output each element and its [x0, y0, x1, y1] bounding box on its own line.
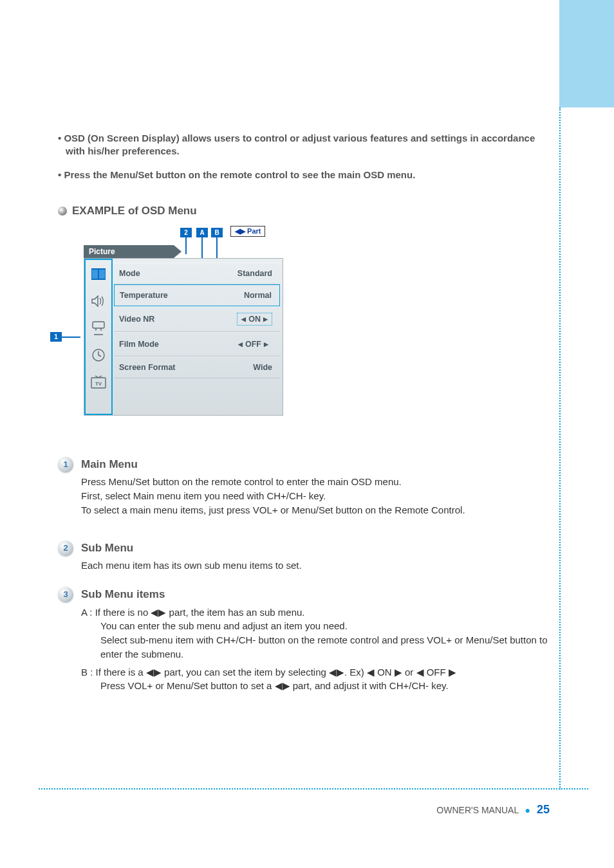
- left-arrow-icon: ◀: [238, 341, 243, 347]
- footer-label: OWNER'S MANUAL: [436, 805, 518, 815]
- right-arrow-icon: ▶: [263, 316, 268, 322]
- intro-line-2: Press the Menu/Set button on the remote …: [58, 169, 554, 181]
- bottom-dotted-rule: [39, 788, 588, 790]
- osd-row-label: Mode: [119, 269, 140, 278]
- example-title: EXAMPLE of OSD Menu: [72, 205, 197, 217]
- page-content: OSD (On Screen Display) allows users to …: [58, 132, 554, 693]
- footer-dot-icon: ●: [521, 805, 534, 815]
- svg-text:TV: TV: [95, 381, 102, 387]
- osd-row-label: Film Mode: [119, 340, 159, 349]
- arrow-value: ◀OFF▶: [234, 338, 272, 350]
- callout-2: 2: [180, 228, 192, 237]
- section-body: Sub MenuEach menu item has its own sub m…: [81, 540, 302, 573]
- osd-row-temperature: TemperatureNormal: [114, 284, 280, 306]
- right-arrow-icon: ▶: [264, 341, 268, 347]
- osd-row-value: Wide: [253, 363, 272, 372]
- osd-row-label: Screen Format: [119, 363, 176, 372]
- section-line: Press Menu/Set button on the remote cont…: [81, 475, 465, 489]
- osd-row-video-nr: Video NR◀ON▶: [114, 306, 280, 332]
- osd-diagram: 1 2 A B ◀▶ Part Picture: [84, 229, 393, 429]
- connector: [185, 237, 187, 254]
- section-line: First, select Main menu item you need wi…: [81, 489, 465, 503]
- section-1: 1Main MenuPress Menu/Set button on the r…: [58, 457, 554, 517]
- callout-b: B: [211, 228, 223, 237]
- osd-row-screen-format: Screen FormatWide: [114, 356, 280, 378]
- osd-tab-picture: Picture: [84, 245, 174, 258]
- time-icon: [89, 346, 108, 364]
- section-title: Sub Menu items: [81, 587, 554, 603]
- part-label: ◀▶ Part: [230, 226, 265, 237]
- tv-icon: TV: [89, 373, 108, 391]
- osd-row-value: ◀OFF▶: [234, 338, 272, 350]
- bullet-sphere-icon: [58, 207, 67, 216]
- callout-a: A: [196, 228, 208, 237]
- section-body: Main MenuPress Menu/Set button on the re…: [81, 457, 465, 517]
- sub-item-a: A : If there is no ◀▶ part, the item has…: [81, 605, 554, 620]
- left-arrow-icon: ◀: [241, 316, 246, 322]
- callout-1: 1: [50, 332, 62, 342]
- sub-item-a-line: Select sub-menu item with CH+/CH- button…: [81, 633, 554, 661]
- osd-row-value: Normal: [244, 291, 272, 300]
- osd-menu-list: ModeStandardTemperatureNormalVideo NR◀ON…: [114, 263, 280, 378]
- osd-row-value: Standard: [237, 269, 272, 278]
- intro-line-1: OSD (On Screen Display) allows users to …: [58, 132, 554, 158]
- osd-row-label: Temperature: [120, 291, 168, 300]
- section-badge: 3: [58, 587, 73, 602]
- sub-item-b: B : If there is a ◀▶ part, you can set t…: [81, 665, 554, 679]
- osd-row-value: ◀ON▶: [237, 313, 272, 326]
- section-body: Sub Menu itemsA : If there is no ◀▶ part…: [81, 587, 554, 693]
- osd-row-mode: ModeStandard: [114, 263, 280, 284]
- header-accent: [559, 0, 614, 107]
- page-footer: OWNER'S MANUAL ● 25: [436, 803, 550, 817]
- setup-icon: [89, 319, 108, 337]
- osd-row-film-mode: Film Mode◀OFF▶: [114, 332, 280, 356]
- osd-icon-column: TV: [84, 259, 113, 415]
- page-number: 25: [537, 803, 550, 816]
- value-text: ON: [248, 315, 261, 324]
- section-title: Sub Menu: [81, 540, 302, 557]
- value-text: OFF: [245, 340, 261, 349]
- svg-rect-0: [93, 322, 104, 328]
- section-2: 2Sub MenuEach menu item has its own sub …: [58, 540, 554, 573]
- osd-panel: TV ModeStandardTemperatureNormalVideo NR…: [84, 258, 283, 416]
- sub-item-b-line: Press VOL+ or Menu/Set button to set a ◀…: [81, 679, 554, 693]
- example-header: EXAMPLE of OSD Menu: [58, 205, 554, 217]
- section-3: 3Sub Menu itemsA : If there is no ◀▶ par…: [58, 587, 554, 693]
- sub-item-a-line: You can enter the sub menu and adjust an…: [81, 619, 554, 633]
- section-line: To select a main menu items, just press …: [81, 503, 465, 517]
- right-dotted-rule: [559, 107, 561, 790]
- section-badge: 1: [58, 457, 73, 472]
- sound-icon: [89, 292, 108, 310]
- osd-row-label: Video NR: [119, 315, 154, 324]
- section-badge: 2: [58, 540, 73, 556]
- section-title: Main Menu: [81, 457, 465, 473]
- section-line: Each menu item has its own sub menu item…: [81, 559, 302, 573]
- arrow-value: ◀ON▶: [237, 313, 272, 326]
- picture-icon: [89, 265, 108, 283]
- connector: [62, 337, 80, 338]
